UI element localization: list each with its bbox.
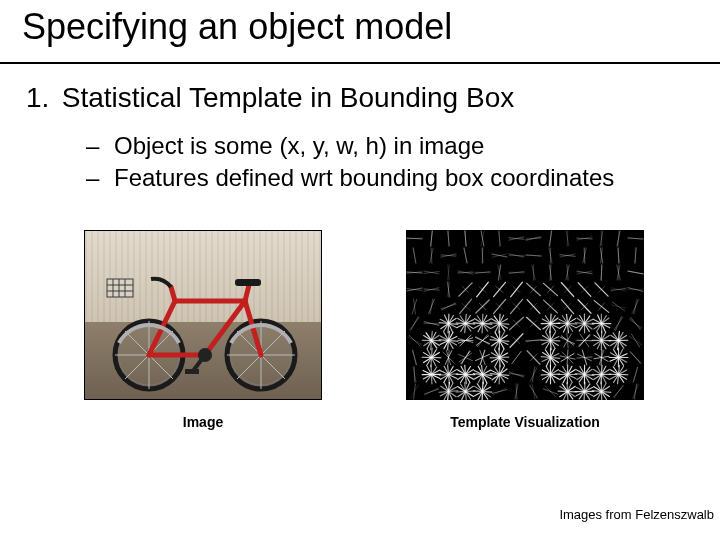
sub-list: – Object is some (x, y, w, h) in image –…	[86, 130, 614, 195]
svg-rect-36	[235, 279, 261, 286]
bicycle-icon	[85, 231, 322, 400]
svg-line-450	[509, 372, 523, 377]
svg-line-32	[245, 285, 249, 301]
svg-line-23	[237, 355, 261, 379]
hog-visualization	[406, 230, 644, 400]
svg-line-295	[409, 335, 420, 346]
svg-line-159	[618, 265, 619, 280]
svg-line-135	[475, 272, 490, 273]
svg-line-19	[261, 331, 285, 355]
svg-line-519	[529, 385, 537, 398]
svg-line-175	[479, 287, 486, 293]
svg-line-225	[611, 305, 626, 308]
svg-rect-0	[107, 279, 133, 297]
list-text: Statistical Template in Bounding Box	[62, 82, 514, 113]
svg-line-31	[171, 287, 175, 301]
svg-line-201	[429, 299, 434, 313]
svg-line-289	[614, 317, 623, 330]
svg-line-231	[411, 317, 419, 330]
svg-line-17	[125, 331, 149, 355]
bullet-dash: –	[86, 130, 114, 162]
figure-row: Image Template Visualization	[84, 230, 644, 430]
svg-line-315	[475, 337, 489, 343]
svg-line-414	[630, 352, 641, 362]
svg-line-206	[462, 304, 469, 310]
image-credit: Images from Felzenszwalb	[559, 507, 714, 522]
svg-line-15	[125, 355, 149, 379]
list-item-1: 1. Statistical Template in Bounding Box	[26, 82, 514, 114]
svg-line-222	[599, 303, 605, 310]
svg-line-489	[411, 385, 419, 398]
svg-line-81	[413, 248, 416, 263]
svg-line-543	[614, 386, 624, 398]
svg-line-546	[634, 384, 637, 399]
svg-line-385	[512, 351, 521, 363]
svg-line-96	[492, 254, 507, 256]
svg-line-522	[545, 386, 556, 397]
svg-line-21	[261, 355, 285, 379]
sub-item-2: – Features defined wrt bounding box coor…	[86, 162, 614, 194]
svg-line-198	[412, 299, 417, 314]
svg-line-63	[550, 231, 552, 246]
svg-line-108	[560, 255, 575, 256]
sub-item-text: Object is some (x, y, w, h) in image	[114, 130, 484, 162]
svg-line-156	[601, 265, 602, 280]
svg-line-204	[441, 304, 456, 308]
bullet-dash: –	[86, 162, 114, 194]
svg-line-355	[631, 334, 640, 347]
caption-image: Image	[183, 414, 223, 430]
svg-line-13	[149, 355, 173, 379]
svg-line-129	[448, 265, 449, 280]
svg-line-179	[513, 287, 520, 293]
svg-line-372	[459, 354, 473, 360]
svg-line-492	[424, 389, 438, 394]
svg-line-358	[413, 350, 417, 365]
svg-line-162	[628, 271, 643, 274]
sub-item-text: Features defined wrt bounding box coordi…	[114, 162, 614, 194]
bicycle-photo	[84, 230, 322, 400]
svg-line-234	[424, 323, 439, 324]
svg-line-90	[465, 248, 467, 263]
slide-title: Specifying an object model	[22, 6, 452, 48]
svg-line-177	[496, 287, 503, 293]
figure-template: Template Visualization	[406, 230, 644, 430]
svg-line-228	[634, 299, 636, 314]
hog-pattern	[406, 230, 644, 400]
caption-template: Template Visualization	[450, 414, 600, 430]
sub-item-1: – Object is some (x, y, w, h) in image	[86, 130, 614, 162]
svg-line-486	[633, 367, 637, 382]
svg-line-57	[509, 238, 524, 239]
list-number: 1.	[26, 82, 54, 114]
figure-image: Image	[84, 230, 322, 430]
svg-line-87	[441, 255, 456, 256]
title-divider	[0, 62, 720, 64]
svg-line-513	[492, 390, 507, 394]
svg-line-60	[526, 238, 541, 239]
svg-line-292	[630, 318, 641, 329]
svg-rect-35	[185, 369, 199, 374]
